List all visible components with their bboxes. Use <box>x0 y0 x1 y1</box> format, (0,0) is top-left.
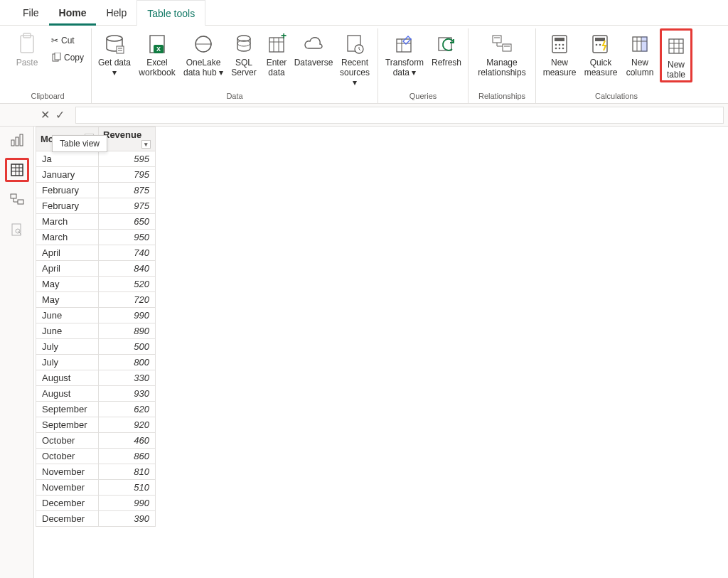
cell-month[interactable]: September <box>36 402 99 417</box>
cell-month[interactable]: June <box>36 308 99 323</box>
cell-revenue[interactable]: 875 <box>99 183 156 198</box>
cell-month[interactable]: August <box>36 386 99 402</box>
new-column-button[interactable]: New column <box>623 28 657 78</box>
cell-month[interactable]: November <box>36 464 99 480</box>
table-row[interactable]: September620 <box>36 402 156 417</box>
new-table-button[interactable]: New table <box>660 28 692 82</box>
quick-measure-button[interactable]: Quick measure <box>582 28 620 78</box>
cell-revenue[interactable]: 595 <box>99 151 156 167</box>
cell-revenue[interactable]: 795 <box>99 167 156 183</box>
cell-month[interactable]: August <box>36 370 99 386</box>
tab-file[interactable]: File <box>13 0 49 26</box>
table-row[interactable]: Ja595 <box>36 151 156 167</box>
table-row[interactable]: July800 <box>36 355 156 370</box>
cell-revenue[interactable]: 500 <box>99 339 156 355</box>
cell-month[interactable]: April <box>36 245 99 261</box>
cell-month[interactable]: March <box>36 214 99 230</box>
formula-input[interactable] <box>75 107 724 124</box>
excel-workbook-button[interactable]: X Excel workbook <box>136 28 178 78</box>
cell-revenue[interactable]: 990 <box>99 496 156 511</box>
cell-month[interactable]: March <box>36 230 99 245</box>
enter-data-button[interactable]: + Enter data <box>262 28 291 78</box>
paste-button[interactable]: Paste <box>9 28 46 78</box>
cell-revenue[interactable]: 520 <box>99 277 156 292</box>
tab-table-tools[interactable]: Table tools <box>136 0 205 26</box>
table-row[interactable]: April740 <box>36 245 156 261</box>
sql-server-button[interactable]: SQL Server <box>228 28 259 78</box>
transform-data-button[interactable]: Transform data ▾ <box>382 28 427 78</box>
cell-month[interactable]: May <box>36 292 99 308</box>
cell-month[interactable]: February <box>36 183 99 198</box>
onelake-button[interactable]: OneLake data hub ▾ <box>181 28 225 78</box>
recent-sources-button[interactable]: Recent sources ▾ <box>336 28 373 87</box>
table-row[interactable]: May520 <box>36 277 156 292</box>
cell-month[interactable]: April <box>36 261 99 277</box>
cell-revenue[interactable]: 460 <box>99 433 156 449</box>
cell-revenue[interactable]: 840 <box>99 261 156 277</box>
cell-revenue[interactable]: 720 <box>99 292 156 308</box>
table-row[interactable]: June990 <box>36 308 156 323</box>
table-row[interactable]: October460 <box>36 433 156 449</box>
table-row[interactable]: February875 <box>36 183 156 198</box>
table-row[interactable]: February975 <box>36 198 156 214</box>
cell-revenue[interactable]: 930 <box>99 386 156 402</box>
table-row[interactable]: March650 <box>36 214 156 230</box>
cell-month[interactable]: November <box>36 480 99 496</box>
refresh-button[interactable]: Refresh <box>429 28 464 78</box>
table-row[interactable]: August330 <box>36 370 156 386</box>
cell-revenue[interactable]: 740 <box>99 245 156 261</box>
cell-month[interactable]: October <box>36 433 99 449</box>
table-row[interactable]: March950 <box>36 230 156 245</box>
manage-relationships-button[interactable]: Manage relationships <box>473 28 531 78</box>
table-row[interactable]: December990 <box>36 496 156 511</box>
cell-month[interactable]: June <box>36 323 99 339</box>
cell-month[interactable]: July <box>36 355 99 370</box>
cell-revenue[interactable]: 860 <box>99 449 156 464</box>
cell-month[interactable]: December <box>36 496 99 511</box>
dataverse-button[interactable]: Dataverse <box>294 28 333 78</box>
copy-button[interactable]: Copy <box>48 50 87 65</box>
commit-formula-icon[interactable]: ✓ <box>55 108 65 122</box>
cut-button[interactable]: ✂ Cut <box>48 33 87 48</box>
filter-dropdown-icon[interactable]: ▾ <box>141 140 151 149</box>
cell-revenue[interactable]: 510 <box>99 480 156 496</box>
cell-month[interactable]: May <box>36 277 99 292</box>
tab-help[interactable]: Help <box>96 0 136 26</box>
dax-view-button[interactable] <box>5 218 29 242</box>
table-row[interactable]: August930 <box>36 386 156 402</box>
cell-month[interactable]: October <box>36 449 99 464</box>
get-data-button[interactable]: Get data ▾ <box>96 28 133 78</box>
cell-revenue[interactable]: 330 <box>99 370 156 386</box>
cell-revenue[interactable]: 810 <box>99 464 156 480</box>
table-row[interactable]: October860 <box>36 449 156 464</box>
cell-month[interactable]: July <box>36 339 99 355</box>
table-row[interactable]: June890 <box>36 323 156 339</box>
cell-month[interactable]: September <box>36 417 99 433</box>
table-row[interactable]: November510 <box>36 480 156 496</box>
data-grid[interactable]: Table view Month ▾ Revenue ▾ Ja595Januar… <box>34 127 728 578</box>
model-view-button[interactable] <box>5 188 29 212</box>
table-row[interactable]: September920 <box>36 417 156 433</box>
tab-home[interactable]: Home <box>49 0 97 26</box>
table-row[interactable]: January795 <box>36 167 156 183</box>
cell-revenue[interactable]: 890 <box>99 323 156 339</box>
table-row[interactable]: May720 <box>36 292 156 308</box>
cell-revenue[interactable]: 390 <box>99 511 156 527</box>
cell-month[interactable]: December <box>36 511 99 527</box>
table-row[interactable]: November810 <box>36 464 156 480</box>
cell-revenue[interactable]: 800 <box>99 355 156 370</box>
cell-month[interactable]: January <box>36 167 99 183</box>
cell-month[interactable]: Ja <box>36 151 99 167</box>
table-row[interactable]: December390 <box>36 511 156 527</box>
cancel-formula-icon[interactable]: ✕ <box>41 108 50 122</box>
cell-revenue[interactable]: 650 <box>99 214 156 230</box>
table-row[interactable]: April840 <box>36 261 156 277</box>
new-measure-button[interactable]: New measure <box>540 28 579 78</box>
cell-revenue[interactable]: 920 <box>99 417 156 433</box>
table-view-button[interactable] <box>5 158 29 182</box>
table-row[interactable]: July500 <box>36 339 156 355</box>
cell-revenue[interactable]: 990 <box>99 308 156 323</box>
cell-revenue[interactable]: 975 <box>99 198 156 214</box>
cell-month[interactable]: February <box>36 198 99 214</box>
report-view-button[interactable] <box>5 128 29 152</box>
